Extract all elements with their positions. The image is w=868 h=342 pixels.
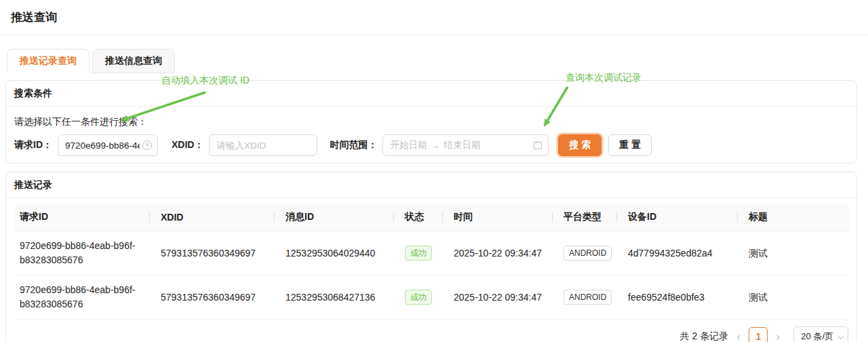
column-header-xdid: XDID [150,204,275,231]
page-header: 推送查询 [0,0,868,35]
cell-request-id: 9720e699-bb86-4eab-b96f-b83283085676 [14,276,150,320]
search-button[interactable]: 搜 索 [558,134,601,156]
xdid-input[interactable] [209,134,317,156]
records-card-body: 请求ID XDID 消息ID 状态 时间 平台类型 设备ID 标题 9720e6… [6,198,856,342]
search-card-title: 搜索条件 [14,86,848,100]
tab-push-info-query[interactable]: 推送信息查询 [92,49,175,73]
tab-push-record-query[interactable]: 推送记录查询 [7,49,90,73]
cell-status: 成功 [394,276,443,320]
cell-title: 测试 [738,276,850,320]
time-range-label: 时间范围： [330,139,377,151]
page-size-value: 20 条/页 [801,330,833,342]
request-id-input[interactable]: 9720e699-bb86-4eab-b ✕ [58,134,158,156]
swap-right-icon: → [431,140,439,151]
table-header-row: 请求ID XDID 消息ID 状态 时间 平台类型 设备ID 标题 [14,204,850,231]
chevron-down-icon [837,332,844,339]
cell-status: 成功 [394,231,443,276]
records-card-title: 推送记录 [14,178,848,192]
tab-label: 推送信息查询 [105,55,162,67]
search-hint: 请选择以下任一条件进行搜索： [14,115,848,129]
request-id-label: 请求ID： [14,139,52,151]
column-header-time: 时间 [443,204,553,231]
prev-page-button[interactable]: ‹ [735,330,742,342]
status-badge: 成功 [405,246,432,261]
status-badge: 成功 [405,290,432,305]
page-1-button[interactable]: 1 [749,327,768,342]
search-card-header: 搜索条件 [6,81,856,107]
table-row: 9720e699-bb86-4eab-b96f-b83283085676 579… [14,276,850,320]
start-date-placeholder[interactable]: 开始日期 [390,139,427,151]
cell-xdid: 579313576360349697 [150,276,275,320]
cell-request-id: 9720e699-bb86-4eab-b96f-b83283085676 [14,231,150,276]
reset-button[interactable]: 重 置 [608,134,652,156]
column-header-platform: 平台类型 [553,204,617,231]
records-card-header: 推送记录 [6,172,856,198]
request-id-value: 9720e699-bb86-4eab-b [65,140,140,151]
cell-platform: ANDROID [553,231,617,276]
cell-message-id: 12532953064029440 [275,231,394,276]
cell-device-id: fee69524f8e0bfe3 [617,276,738,320]
platform-badge: ANDROID [564,290,612,305]
tab-bar: 推送记录查询 推送信息查询 [7,49,857,73]
column-header-status: 状态 [394,204,443,231]
end-date-placeholder[interactable]: 结束日期 [443,139,529,151]
page-size-select[interactable]: 20 条/页 [793,326,848,342]
tab-label: 推送记录查询 [20,55,77,67]
cell-xdid: 579313576360349697 [150,231,275,276]
date-range-picker[interactable]: 开始日期 → 结束日期 [382,134,549,156]
column-header-message-id: 消息ID [275,204,394,231]
push-records-table: 请求ID XDID 消息ID 状态 时间 平台类型 设备ID 标题 9720e6… [14,204,850,320]
calendar-icon [533,140,542,150]
cell-platform: ANDROID [553,276,617,320]
annotation-autofill-debug-id: 自动填入本次调试 ID [161,75,250,87]
search-card-body: 请选择以下任一条件进行搜索： 请求ID： 9720e699-bb86-4eab-… [6,107,856,163]
push-records-card: 推送记录 请求ID XDID 消息ID 状态 时间 平台类型 设备ID 标题 [5,172,857,342]
cell-device-id: 4d77994325ed82a4 [617,231,738,276]
pagination: 共 2 条记录 ‹ 1 › 20 条/页 [14,326,848,342]
clear-icon[interactable]: ✕ [142,140,152,150]
annotation-query-debug-records: 查询本次调试记录 [566,72,642,84]
column-header-title: 标题 [738,204,850,231]
pagination-total: 共 2 条记录 [680,330,729,342]
table-row: 9720e699-bb86-4eab-b96f-b83283085676 579… [14,231,850,276]
search-form-row: 请求ID： 9720e699-bb86-4eab-b ✕ XDID： 时间范围：… [14,134,848,156]
next-page-button[interactable]: › [774,330,781,342]
platform-badge: ANDROID [564,246,612,261]
column-header-request-id: 请求ID [14,204,150,231]
search-condition-card: 搜索条件 请选择以下任一条件进行搜索： 请求ID： 9720e699-bb86-… [5,80,857,164]
column-header-device-id: 设备ID [617,204,738,231]
cell-message-id: 12532953068427136 [275,276,394,320]
xdid-label: XDID： [172,139,203,151]
cell-time: 2025-10-22 09:34:47 [443,231,553,276]
cell-time: 2025-10-22 09:34:47 [443,276,553,320]
page-title: 推送查询 [11,9,857,26]
cell-title: 测试 [738,231,850,276]
